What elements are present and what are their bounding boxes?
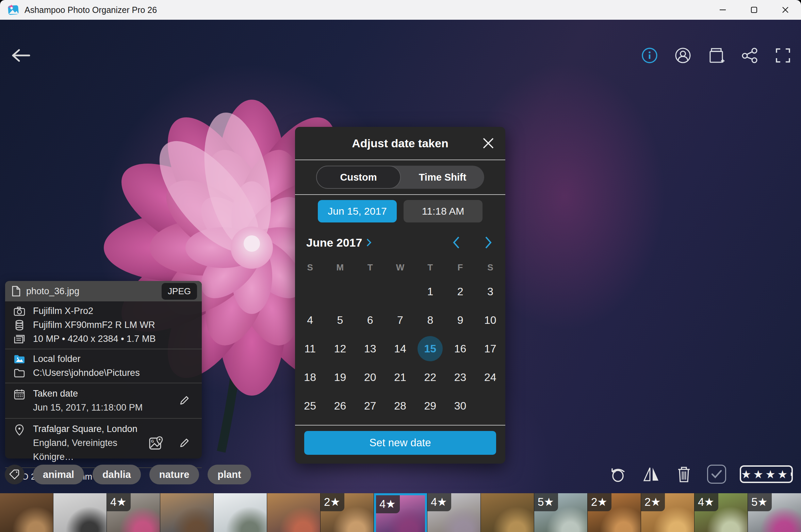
calendar-day[interactable]: 1 (418, 279, 443, 304)
calendar-day[interactable]: 27 (358, 393, 383, 418)
tag-pill-plant[interactable]: plant (208, 465, 251, 484)
account-icon[interactable] (674, 46, 692, 65)
calendar-day[interactable]: 29 (418, 393, 443, 418)
thumbnail-dog-on-newspapers[interactable]: 4★ (107, 493, 160, 532)
calendar-day[interactable]: 7 (388, 307, 413, 333)
calendar-day[interactable]: 13 (358, 336, 383, 361)
filesize-value: 10 MP • 4240 x 2384 • 1.7 MB (33, 334, 156, 344)
thumbnail-pink-dahlia-selected[interactable]: 4★ (374, 493, 427, 532)
delete-icon[interactable] (674, 465, 693, 484)
tags-bar: animaldahlianatureplant (5, 465, 251, 484)
open-maps-icon[interactable]: G (147, 434, 166, 453)
calendar-day[interactable]: 23 (448, 365, 473, 390)
format-badge: JPEG (162, 283, 197, 300)
calendar-day[interactable]: 30 (448, 393, 473, 418)
weekday-header: SMTWTFS (295, 257, 505, 277)
share-icon[interactable] (740, 46, 759, 65)
thumbnail-golden-retriever[interactable]: 2★ (321, 493, 374, 532)
star-filled-icon[interactable]: ★ (753, 469, 764, 480)
calendar-day[interactable]: 24 (478, 365, 503, 390)
thumbnail-dog-in-field[interactable]: 2★ (641, 493, 694, 532)
calendar-day[interactable]: 16 (448, 336, 473, 361)
star-empty-dot-icon[interactable] (791, 472, 791, 476)
calendar-day[interactable]: 3 (478, 279, 503, 304)
set-new-date-button[interactable]: Set new date (304, 431, 496, 455)
thumbnail-rating-badge: 4★ (427, 493, 451, 511)
dialog-close-icon[interactable] (480, 135, 496, 151)
close-button[interactable] (770, 0, 801, 20)
thumbnail-dog-with-goggles[interactable]: 5★ (748, 493, 801, 532)
camera-icon (11, 306, 28, 316)
calendar-day[interactable]: 17 (478, 336, 503, 361)
thumbnail-goats-in-barn[interactable] (0, 493, 53, 532)
filename: photo_36.jpg (26, 286, 162, 297)
lens-icon (11, 320, 28, 331)
app-logo-icon (7, 3, 20, 16)
thumbnail-dog-graffiti-wall[interactable] (267, 493, 320, 532)
tag-pill-nature[interactable]: nature (149, 465, 199, 484)
calendar-day[interactable]: 25 (297, 393, 323, 418)
thumbnail-rating-badge: 4★ (376, 495, 400, 513)
minimize-button[interactable] (707, 0, 738, 20)
calendar-day[interactable]: 26 (327, 393, 353, 418)
tag-pill-dahlia[interactable]: dahlia (93, 465, 141, 484)
weekday-label: M (337, 262, 344, 273)
calendar-day[interactable]: 21 (388, 365, 413, 390)
calendar-day[interactable]: 6 (358, 307, 383, 333)
thumbnail-rating-badge: 5★ (534, 493, 558, 511)
tag-icon[interactable] (5, 465, 24, 484)
thumbnail-fox[interactable]: 2★ (588, 493, 641, 532)
thumbnail-black-dog-snow[interactable] (53, 493, 107, 532)
tag-pill-animal[interactable]: animal (33, 465, 84, 484)
star-filled-icon[interactable]: ★ (765, 469, 775, 480)
calendar-day[interactable]: 5 (327, 307, 353, 333)
tab-time-shift[interactable]: Time Shift (401, 166, 484, 189)
location-pin-icon (11, 424, 28, 464)
image-folder-icon (11, 354, 28, 364)
next-month-icon[interactable] (481, 235, 496, 250)
calendar-day[interactable]: 20 (358, 365, 383, 390)
thumbnail-white-cat[interactable]: 4★ (427, 493, 480, 532)
calendar-day-selected[interactable]: 15 (418, 336, 443, 361)
add-to-album-icon[interactable] (707, 46, 725, 65)
date-chip[interactable]: Jun 15, 2017 (318, 200, 397, 222)
tab-custom[interactable]: Custom (316, 166, 401, 189)
thumbnail-rating-badge: 4★ (694, 493, 718, 511)
back-button[interactable] (9, 46, 33, 65)
resolution-icon (11, 334, 28, 344)
star-rating[interactable]: ★★★★ (740, 465, 793, 483)
rotate-left-icon[interactable] (609, 465, 628, 484)
edit-location-icon[interactable] (175, 434, 194, 453)
thumbnail-rating-badge: 2★ (321, 493, 344, 511)
time-chip[interactable]: 11:18 AM (404, 200, 483, 222)
fullscreen-icon[interactable] (774, 46, 792, 65)
calendar-day[interactable]: 9 (448, 307, 473, 333)
calendar-day[interactable]: 19 (327, 365, 353, 390)
calendar-day[interactable]: 18 (297, 365, 323, 390)
calendar-day[interactable]: 22 (418, 365, 443, 390)
prev-month-icon[interactable] (449, 235, 464, 250)
filmstrip: 4★2★4★4★5★2★2★4★5★ (0, 493, 801, 532)
thumbnail-cat-in-snow[interactable] (214, 493, 267, 532)
calendar-day[interactable]: 2 (448, 279, 473, 304)
thumbnail-spaniel-on-stump[interactable] (481, 493, 534, 532)
month-selector[interactable]: June 2017 (306, 236, 372, 249)
star-filled-icon[interactable]: ★ (741, 469, 751, 480)
thumbnail-rating-badge: 2★ (588, 493, 611, 511)
calendar-day[interactable]: 4 (297, 307, 323, 333)
thumbnail-girl-with-balloons[interactable]: 5★ (534, 493, 587, 532)
thumbnail-shaggy-dog[interactable]: 4★ (694, 493, 748, 532)
maximize-button[interactable] (738, 0, 770, 20)
calendar-day[interactable]: 28 (388, 393, 413, 418)
calendar-day[interactable]: 12 (327, 336, 353, 361)
calendar-day[interactable]: 10 (478, 307, 503, 333)
flip-horizontal-icon[interactable] (642, 465, 661, 484)
edit-date-icon[interactable] (175, 391, 194, 410)
calendar-day[interactable]: 14 (388, 336, 413, 361)
thumbnail-dog-being-petted[interactable] (160, 493, 213, 532)
calendar-day[interactable]: 11 (297, 336, 323, 361)
info-icon[interactable] (640, 46, 659, 65)
calendar-day[interactable]: 8 (418, 307, 443, 333)
select-checkbox[interactable] (707, 465, 726, 484)
star-filled-icon[interactable]: ★ (778, 469, 788, 480)
